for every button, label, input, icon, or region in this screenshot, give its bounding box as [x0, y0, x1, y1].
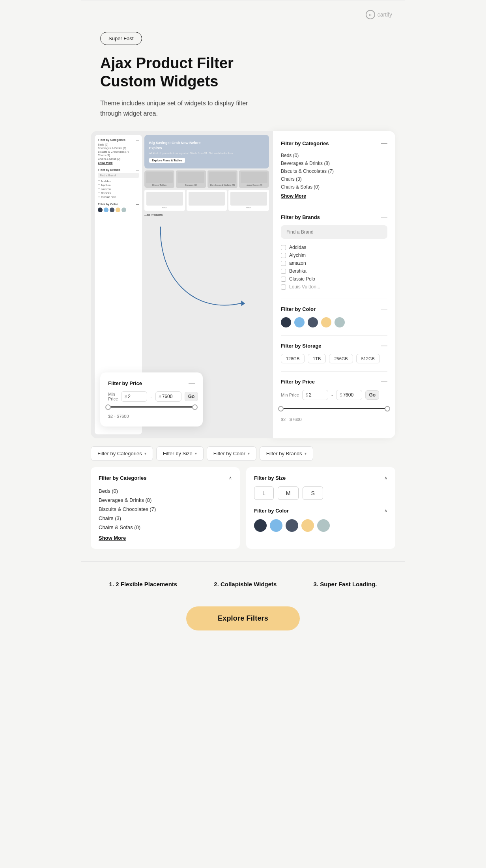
price-slider-right[interactable] [281, 403, 387, 414]
small-sidebar-item: Chairs & Sofas (0) [98, 157, 139, 161]
category-item-biscuits[interactable]: Biscuits & Chocolates (7) [281, 167, 387, 175]
brand-addidas[interactable]: Addidas [281, 243, 387, 251]
composite-demo: Filter by Categories— Beds (0) Beverages… [91, 131, 395, 438]
price-thumb-min-right[interactable] [278, 406, 284, 412]
categories-collapse-btn[interactable]: — [381, 140, 387, 147]
storage-256gb[interactable]: 256GB [329, 354, 353, 363]
screen-cat-homedecor: Home Decor (9) [239, 170, 269, 188]
exp-cat-beverages[interactable]: Beverages & Drinks (8) [99, 496, 232, 505]
exp-color-yellow[interactable] [301, 519, 314, 532]
price-widget-collapse[interactable]: — [189, 380, 195, 387]
filter-dropdown-categories[interactable]: Filter by Categories ▾ [91, 446, 153, 461]
screen-banner: Big Savings! Grab Now BeforeExpires All … [144, 135, 269, 168]
small-brand-search[interactable]: Find a Brand [98, 173, 139, 178]
exp-color-blue[interactable] [270, 519, 282, 532]
min-price-input[interactable] [128, 394, 144, 399]
price-slider-thumb-min[interactable] [105, 404, 111, 410]
color-swatch-gray[interactable] [308, 317, 318, 327]
feature-collapsible-widgets: 2. Collapisble Widgets [214, 581, 277, 587]
storage-512gb[interactable]: 512GB [356, 354, 380, 363]
filter-dropdown-brands[interactable]: Filter by Brands ▾ [260, 446, 313, 461]
size-m[interactable]: M [278, 486, 299, 500]
small-brand-item: ☐ Bershka [98, 191, 139, 195]
brands-collapse-btn[interactable]: — [381, 213, 387, 221]
exp-cat-chairs-sofas[interactable]: Chairs & Sofas (0) [99, 523, 232, 532]
brand-checkbox-aiychim[interactable] [281, 253, 286, 258]
brand-checkbox-amazon[interactable] [281, 261, 286, 266]
exp-color-gray[interactable] [286, 519, 298, 532]
exp-cat-biscuits[interactable]: Biscuits & Chocolates (7) [99, 505, 232, 514]
storage-128gb[interactable]: 128GB [281, 354, 305, 363]
brand-amazon[interactable]: amazon [281, 259, 387, 267]
category-item-chairs[interactable]: Chairs (3) [281, 175, 387, 183]
brand-checkbox-addidas[interactable] [281, 245, 286, 250]
price-go-btn-right[interactable]: Go [365, 390, 379, 400]
small-color-swatch[interactable] [104, 208, 108, 212]
screen-banner-btn[interactable]: Explore Plans & Tables [149, 158, 185, 163]
expanded-categories-title: Filter by Categories [99, 475, 146, 481]
color-swatch-teal[interactable] [335, 317, 345, 327]
color-swatch-yellow[interactable] [321, 317, 331, 327]
brand-louis-vuitton[interactable]: Louis Vuitton... [281, 283, 387, 291]
max-price-input[interactable] [162, 394, 178, 399]
screen-cat-handbags: Handbags & Wallets (8) [207, 170, 237, 188]
brand-checkbox-bershka[interactable] [281, 269, 286, 274]
exp-color-dark[interactable] [254, 519, 267, 532]
category-item-beverages[interactable]: Beverages & Drinks (8) [281, 159, 387, 167]
color-swatch-dark[interactable] [281, 317, 291, 327]
min-price-label-right: Min Price [281, 393, 299, 397]
price-thumb-max-right[interactable] [385, 406, 390, 412]
storage-collapse-btn[interactable]: — [381, 342, 387, 349]
exp-cat-beds[interactable]: Beds (0) [99, 486, 232, 496]
max-price-input-right[interactable] [343, 392, 359, 398]
storage-1tb[interactable]: 1TB [308, 354, 326, 363]
color-swatch-blue[interactable] [294, 317, 305, 327]
small-color-swatch[interactable] [110, 208, 114, 212]
category-item-beds[interactable]: Beds (0) [281, 152, 387, 159]
hero-title: Ajax Product FilterCustom Widgets [100, 54, 386, 90]
exp-color-teal[interactable] [317, 519, 330, 532]
brand-checkbox-louis-vuitton[interactable] [281, 284, 286, 290]
price-collapse-btn[interactable]: — [381, 378, 387, 385]
filter-dropdown-color[interactable]: Filter by Color ▾ [207, 446, 256, 461]
small-color-swatch[interactable] [122, 208, 126, 212]
explore-filters-button[interactable]: Explore Filters [186, 606, 300, 630]
brand-aiychim[interactable]: Aiychim [281, 251, 387, 259]
divider-2 [281, 299, 387, 299]
screen-products-row: New! New! [144, 190, 269, 211]
chevron-down-icon-color: ▾ [248, 451, 250, 456]
price-section-title: Filter by Price [281, 379, 315, 385]
chevron-up-icon-categories[interactable]: ∧ [229, 475, 232, 481]
brand-label-classic-polo: Classic Polo [289, 276, 315, 282]
exp-categories-show-more[interactable]: Show More [99, 535, 232, 541]
size-s[interactable]: S [303, 486, 323, 500]
brand-bershka[interactable]: Bershka [281, 267, 387, 275]
price-widget-title: Filter by Price [108, 380, 142, 386]
small-color-swatch[interactable] [116, 208, 120, 212]
min-price-input-right[interactable] [309, 392, 325, 398]
price-go-button[interactable]: Go [185, 392, 198, 401]
max-price-input-wrap: $ [155, 391, 181, 402]
filter-dropdown-size[interactable]: Filter by Size ▾ [156, 446, 204, 461]
expanded-size-title: Filter by Size [254, 475, 286, 481]
right-widget-panel: Filter by Categories — Beds (0) Beverage… [273, 131, 395, 438]
logo-icon: c [366, 10, 375, 19]
price-slider[interactable] [108, 402, 195, 412]
chevron-up-icon-size[interactable]: ∧ [384, 475, 387, 481]
chevron-up-icon-color[interactable]: ∧ [384, 508, 387, 513]
hero-section: Super Fast Ajax Product FilterCustom Wid… [81, 24, 405, 131]
price-slider-thumb-max[interactable] [192, 404, 198, 410]
size-l[interactable]: L [254, 486, 274, 500]
price-widget-section: Filter by Price — Min Price $ - $ [281, 378, 387, 422]
categories-show-more[interactable]: Show More [281, 193, 387, 199]
small-show-more[interactable]: Show More [98, 161, 139, 165]
brand-search-input[interactable] [281, 225, 387, 239]
exp-cat-chairs[interactable]: Chairs (3) [99, 514, 232, 523]
brand-classic-polo[interactable]: Classic Polo [281, 275, 387, 283]
hero-description: Theme includes unique set of widgets to … [100, 98, 266, 118]
small-color-swatch[interactable] [98, 208, 103, 212]
category-item-chairs-sofas[interactable]: Chairs & Sofas (0) [281, 183, 387, 191]
color-collapse-btn[interactable]: — [381, 305, 387, 312]
categories-section-header: Filter by Categories — [281, 140, 387, 147]
brand-checkbox-classic-polo[interactable] [281, 277, 286, 282]
